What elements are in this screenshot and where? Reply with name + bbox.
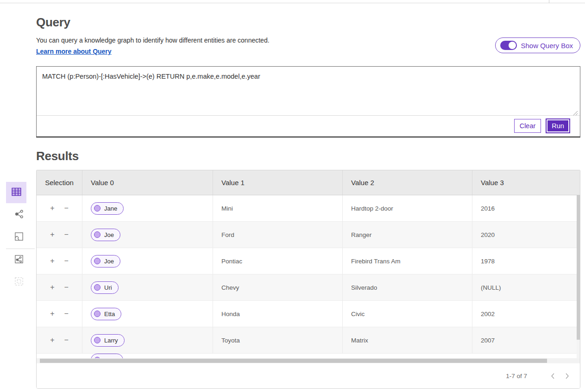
sidebar-item-table-view[interactable]: [6, 182, 26, 203]
toggle-switch-icon[interactable]: [500, 41, 517, 50]
add-to-selection-button[interactable]: +: [49, 204, 55, 213]
column-header-selection: Selection: [37, 170, 82, 195]
value2-cell: Hardtop 2-door: [343, 195, 472, 221]
value2-cell: Silverado: [343, 274, 472, 300]
pagination-label: 1-7 of 7: [506, 373, 527, 380]
entity-cell: Uri: [82, 274, 213, 300]
entity-pill[interactable]: Etta: [91, 308, 121, 320]
entity-pill[interactable]: Joe: [91, 255, 120, 268]
sidebar-item-add-to-map[interactable]: [13, 254, 25, 265]
table-row: + − Larry Toyota Matrix 2007: [37, 327, 580, 354]
column-header-value2: Value 2: [343, 170, 472, 195]
remove-from-selection-button[interactable]: −: [63, 283, 69, 292]
selection-tool-icon: [14, 277, 24, 287]
column-header-value1: Value 1: [213, 170, 343, 195]
remove-from-selection-button[interactable]: −: [63, 230, 69, 239]
selection-cell: + −: [37, 327, 82, 353]
show-query-box-toggle[interactable]: Show Query Box: [495, 37, 580, 53]
query-page: Query You can query a knowledge graph to…: [0, 0, 585, 392]
add-to-selection-button[interactable]: +: [49, 256, 55, 266]
value1-cell: Pontiac: [213, 248, 343, 274]
add-to-selection-button[interactable]: +: [49, 230, 55, 239]
selection-cell: + −: [37, 222, 82, 248]
table-row: + − Joe Pontiac Firebird Trans Am 1978: [37, 248, 580, 274]
entity-cell: Joe: [82, 222, 213, 248]
entity-icon: [94, 258, 101, 264]
entity-cell: Larry: [82, 327, 213, 353]
link-chart-icon: [14, 209, 24, 220]
clear-button[interactable]: Clear: [514, 119, 541, 133]
remove-from-selection-button[interactable]: −: [63, 309, 69, 318]
toggle-knob: [509, 42, 516, 49]
entity-pill[interactable]: Larry: [91, 334, 125, 347]
page-title: Query: [36, 15, 70, 30]
top-pane-divider: [549, 0, 549, 3]
entity-icon: [94, 311, 101, 317]
selection-cell: + −: [37, 301, 82, 327]
value2-cell: Ranger: [343, 222, 472, 248]
value3-cell: 1978: [472, 248, 580, 274]
entity-icon: [94, 284, 101, 291]
table-header-row: Selection Value 0 Value 1 Value 2 Value …: [37, 170, 580, 195]
query-box: MATCH (p:Person)-[:HasVehicle]->(e) RETU…: [36, 66, 580, 137]
resize-handle-icon[interactable]: [573, 109, 578, 118]
column-header-value0: Value 0: [82, 170, 213, 195]
value3-cell: 2020: [472, 222, 580, 248]
add-to-selection-button[interactable]: +: [49, 283, 55, 292]
run-button[interactable]: Run: [547, 119, 569, 132]
entity-icon: [94, 205, 101, 212]
entity-icon: [94, 337, 101, 343]
learn-more-link[interactable]: Learn more about Query: [36, 48, 112, 55]
value1-cell: Chevy: [213, 274, 343, 300]
value1-cell: Honda: [213, 301, 343, 327]
value1-cell: Ford: [213, 222, 343, 248]
table-row-partial: [37, 354, 580, 358]
entity-pill[interactable]: Uri: [91, 281, 119, 294]
table-footer: 1-7 of 7: [37, 363, 580, 388]
results-title: Results: [36, 149, 79, 163]
sidebar-item-selection-tool: [13, 276, 25, 287]
selection-cell: + −: [37, 274, 82, 300]
toggle-label: Show Query Box: [521, 42, 573, 50]
add-to-selection-button[interactable]: +: [49, 309, 55, 318]
query-input[interactable]: MATCH (p:Person)-[:HasVehicle]->(e) RETU…: [37, 67, 580, 116]
selection-cell: + −: [37, 248, 82, 274]
previous-page-button[interactable]: [547, 370, 559, 382]
remove-from-selection-button[interactable]: −: [63, 256, 69, 266]
vertical-scrollbar-thumb[interactable]: [577, 195, 580, 340]
entity-cell: Joe: [82, 248, 213, 274]
table-row: + − Joe Ford Ranger 2020: [37, 222, 580, 248]
page-description: You can query a knowledge graph to ident…: [36, 37, 270, 44]
sidebar-divider: [6, 249, 35, 249]
query-actions: Clear Run: [37, 116, 580, 136]
add-to-selection-button[interactable]: +: [49, 336, 55, 345]
value2-cell: Civic: [343, 301, 472, 327]
value1-cell: Toyota: [213, 327, 343, 353]
sidebar-item-link-chart[interactable]: [13, 209, 25, 220]
next-page-button[interactable]: [561, 370, 573, 382]
sidebar-item-map-view[interactable]: [13, 231, 25, 243]
entity-pill[interactable]: Jane: [91, 202, 124, 215]
entity-pill[interactable]: Joe: [91, 229, 120, 241]
value3-cell: 2002: [472, 301, 580, 327]
table-body: + − Jane Mini Hardtop 2-door 2016 + − Jo…: [37, 195, 580, 358]
value2-cell: Firebird Trans Am: [343, 248, 472, 274]
value1-cell: Mini: [213, 195, 343, 221]
value3-cell: (NULL): [472, 274, 580, 300]
add-to-map-icon: [14, 255, 24, 265]
remove-from-selection-button[interactable]: −: [63, 204, 69, 213]
horizontal-scrollbar-thumb[interactable]: [40, 359, 547, 363]
remove-from-selection-button[interactable]: −: [63, 336, 69, 345]
entity-cell: Etta: [82, 301, 213, 327]
value3-cell: 2016: [472, 195, 580, 221]
column-header-value3: Value 3: [472, 170, 580, 195]
value3-cell: 2007: [472, 327, 580, 353]
map-view-icon: [14, 232, 24, 243]
entity-pill-partial[interactable]: [91, 354, 123, 358]
results-table: Selection Value 0 Value 1 Value 2 Value …: [36, 170, 580, 389]
vertical-scrollbar[interactable]: [577, 195, 580, 359]
table-row: + − Uri Chevy Silverado (NULL): [37, 274, 580, 301]
table-view-icon: [11, 187, 22, 199]
horizontal-scrollbar[interactable]: [37, 358, 580, 363]
selection-cell: + −: [37, 195, 82, 221]
